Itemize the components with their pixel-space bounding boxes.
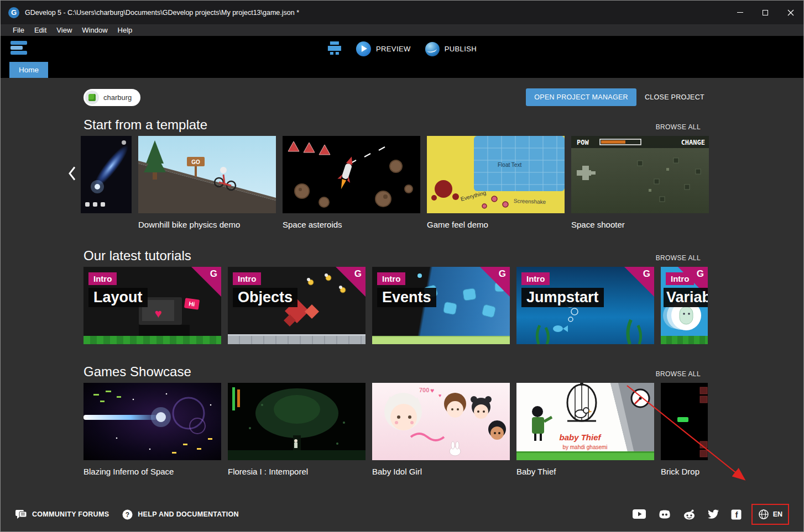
baby-thief-author-text: by mahdi ghasemi: [562, 444, 607, 450]
showcase-card-baby-thief[interactable]: baby Thief by mahdi ghasemi: [516, 383, 654, 460]
showcase-browse-all[interactable]: BROWSE ALL: [656, 370, 701, 378]
stone-ground: [228, 334, 366, 344]
templates-prev-button[interactable]: [68, 166, 76, 183]
space-shooter-art: POW CHANGE: [571, 136, 709, 213]
count-text: 700: [419, 387, 429, 393]
footer: COMMUNITY FORUMS ? HELP AND DOCUMENTATIO…: [1, 505, 803, 524]
publish-button[interactable]: PUBLISH: [425, 42, 477, 56]
project-manager-button[interactable]: [11, 40, 29, 59]
template-card-downhill-bike[interactable]: GO: [138, 136, 276, 213]
change-text: CHANGE: [681, 139, 705, 146]
tutorial-card-events[interactable]: G Intro Events: [372, 267, 510, 344]
home-page: charburg OPEN PROJECT MANAGER CLOSE PROJ…: [1, 88, 803, 532]
user-chip[interactable]: charburg: [83, 89, 140, 106]
showcase-card-blazing-inferno[interactable]: [83, 383, 221, 460]
templates-section-title: Start from a template: [83, 117, 207, 133]
community-forums-label: COMMUNITY FORUMS: [32, 510, 109, 518]
publish-globe-icon: [425, 42, 440, 56]
screenshake-text: Screenshake: [514, 198, 546, 205]
intro-badge: Intro: [233, 272, 261, 285]
close-button[interactable]: [778, 1, 803, 24]
menubar: File Edit View Window Help: [1, 24, 803, 36]
minimize-button[interactable]: [727, 1, 753, 24]
gdevelop-ribbon-logo: G: [210, 268, 217, 280]
help-documentation-link[interactable]: ? HELP AND DOCUMENTATION: [122, 509, 239, 520]
toolbar: PREVIEW PUBLISH: [1, 36, 803, 62]
open-project-manager-button[interactable]: OPEN PROJECT MANAGER: [526, 88, 636, 106]
community-forums-link[interactable]: COMMUNITY FORUMS: [15, 509, 109, 519]
menu-help[interactable]: Help: [113, 24, 138, 36]
float-text: Float Text: [498, 162, 521, 168]
templates-browse-all[interactable]: BROWSE ALL: [656, 123, 701, 131]
intro-badge: Intro: [666, 272, 694, 285]
showcase-card-floresia[interactable]: [228, 383, 366, 460]
tutorial-title: Layout: [88, 288, 148, 307]
tutorial-card-jumpstart[interactable]: G Intro Jumpstart: [516, 267, 654, 344]
brick-drop-art: [661, 383, 708, 460]
tutorials-browse-all[interactable]: BROWSE ALL: [656, 254, 701, 262]
showcase-label: Baby Thief: [516, 467, 654, 476]
avatar: [85, 91, 99, 104]
showcase-card-brick-drop[interactable]: [661, 383, 708, 460]
menu-edit[interactable]: Edit: [29, 24, 51, 36]
svg-text:♥: ♥: [438, 393, 441, 398]
templates-section-head: Start from a template BROWSE ALL: [83, 117, 701, 133]
help-documentation-label: HELP AND DOCUMENTATION: [138, 510, 239, 518]
template-label: Game feel demo: [427, 220, 565, 229]
go-sign-text: GO: [191, 159, 200, 165]
grass-ground: [372, 336, 510, 344]
close-icon: [787, 9, 794, 16]
svg-text:?: ?: [126, 511, 130, 519]
twitter-icon[interactable]: [707, 509, 719, 520]
project-manager-icon: [11, 40, 29, 56]
showcase-labels: Blazing Inferno of Space Floresia I : In…: [83, 467, 803, 476]
showcase-card-baby-idol-girl[interactable]: ♥ ♥ 700: [372, 383, 510, 460]
tab-home[interactable]: Home: [9, 62, 48, 78]
close-project-button[interactable]: CLOSE PROJECT: [645, 93, 704, 101]
language-label: EN: [773, 510, 782, 518]
showcase-label: Blazing Inferno of Space: [83, 467, 221, 476]
debugger-button[interactable]: [327, 41, 342, 57]
template-card-space-shooter[interactable]: POW CHANGE: [571, 136, 709, 213]
tutorial-card-layout[interactable]: ♥ Hi G Intro Layout: [83, 267, 221, 344]
template-partial-art: [81, 136, 132, 213]
reddit-icon[interactable]: [683, 509, 696, 520]
tutorial-card-variables[interactable]: +1 G Intro Variables: [661, 267, 708, 344]
menu-file[interactable]: File: [8, 24, 29, 36]
pixel-ground: [83, 336, 221, 344]
maximize-button[interactable]: [753, 1, 778, 24]
template-label: Space asteroids: [283, 220, 420, 229]
downhill-bike-art: GO: [138, 136, 276, 213]
play-icon: [356, 41, 371, 56]
svg-text:f: f: [735, 510, 738, 519]
maximize-icon: [763, 10, 768, 15]
tutorial-card-objects[interactable]: G Intro Objects: [228, 267, 366, 344]
template-card-space-asteroids[interactable]: [283, 136, 420, 213]
template-label: Downhill bike physics demo: [138, 220, 276, 229]
tutorials-section-head: Our latest tutorials BROWSE ALL: [83, 248, 701, 264]
preview-button[interactable]: PREVIEW: [356, 41, 411, 56]
language-button[interactable]: EN: [751, 504, 789, 525]
globe-icon: [758, 509, 769, 520]
floresia-art: [228, 383, 366, 460]
templates-carousel: GO: [81, 136, 803, 213]
window-title: GDevelop 5 - C:\Users\charburg\Documents…: [25, 9, 299, 17]
youtube-icon[interactable]: [632, 509, 646, 520]
gdevelop-ribbon-logo: G: [643, 268, 650, 280]
tutorials-section-title: Our latest tutorials: [83, 248, 191, 264]
label-spacer: [81, 220, 132, 229]
preview-label: PREVIEW: [376, 45, 411, 53]
discord-icon[interactable]: [658, 509, 671, 519]
gdevelop-ribbon-logo: G: [354, 268, 362, 280]
menu-window[interactable]: Window: [77, 24, 112, 36]
facebook-icon[interactable]: f: [731, 509, 742, 520]
template-card-partial[interactable]: [81, 136, 132, 213]
forum-icon: [15, 509, 27, 519]
templates-labels: Downhill bike physics demo Space asteroi…: [81, 220, 803, 229]
username: charburg: [99, 93, 139, 102]
minimize-icon: [737, 12, 743, 13]
tutorial-title: Events: [377, 288, 436, 307]
template-card-game-feel-demo[interactable]: Float Text Everything Screenshake: [427, 136, 565, 213]
publish-label: PUBLISH: [445, 45, 477, 53]
menu-view[interactable]: View: [51, 24, 77, 36]
